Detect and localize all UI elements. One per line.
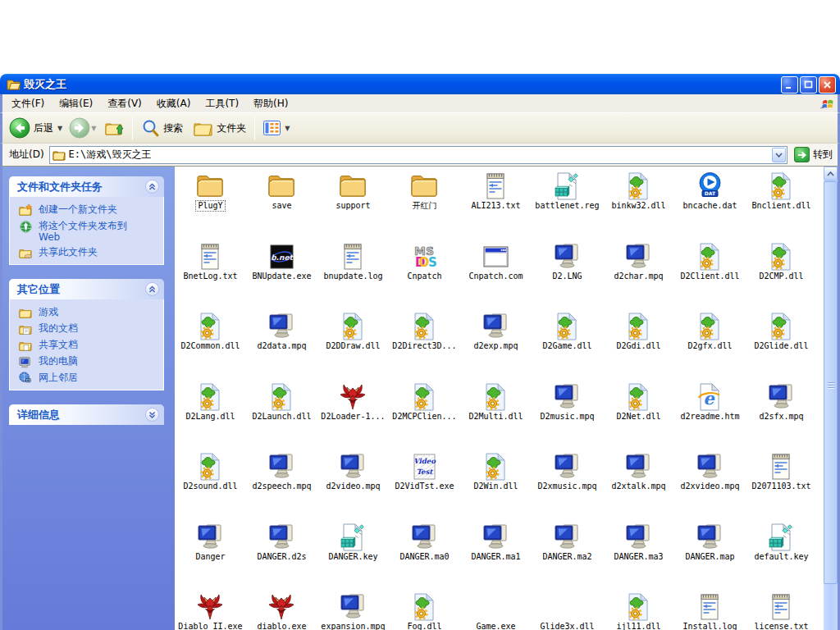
file-item[interactable]: ijl11.dll xyxy=(603,593,674,630)
file-item[interactable]: binkw32.dll xyxy=(603,172,674,243)
file-item[interactable]: DATbncache.dat xyxy=(674,172,746,243)
views-button[interactable]: ▼ xyxy=(258,121,294,135)
file-item[interactable]: D2Lang.dll xyxy=(175,383,246,454)
file-item[interactable]: D2CMP.dll xyxy=(746,243,817,313)
file-item[interactable]: d2char.mpq xyxy=(603,243,674,313)
file-item[interactable]: Fog.dll xyxy=(389,593,460,630)
file-item[interactable]: Install.log xyxy=(674,593,746,630)
file-item[interactable]: D2MCPClien... xyxy=(389,383,460,454)
file-item[interactable]: D2Client.dll xyxy=(674,243,746,313)
task-item[interactable]: 网上邻居 xyxy=(18,372,160,385)
file-item[interactable]: DANGER.key xyxy=(317,523,389,594)
task-item[interactable]: 将这个文件夹发布到 Web xyxy=(18,220,160,243)
forward-button[interactable]: ▼ xyxy=(66,117,99,139)
scroll-up-button[interactable] xyxy=(824,167,838,180)
file-item[interactable]: d2xtalk.mpq xyxy=(603,453,674,523)
scrollbar-thumb[interactable] xyxy=(824,181,838,584)
file-item[interactable]: DANGER.ma1 xyxy=(460,523,532,594)
task-item[interactable]: 共享此文件夹 xyxy=(18,246,160,259)
menu-item-4[interactable]: 工具(T) xyxy=(198,94,246,113)
task-item[interactable]: 我的文档 xyxy=(18,322,160,336)
folders-button[interactable]: 文件夹 xyxy=(188,119,251,138)
file-item[interactable]: Danger xyxy=(175,523,246,594)
back-button[interactable]: 后退 ▼ xyxy=(2,117,66,139)
menu-item-3[interactable]: 收藏(A) xyxy=(149,94,199,113)
title-bar[interactable]: 毁灭之王 xyxy=(0,74,840,94)
menu-item-2[interactable]: 查看(V) xyxy=(100,94,149,113)
maximize-button[interactable] xyxy=(800,76,817,94)
task-item[interactable]: 创建一个新文件夹 xyxy=(18,203,160,217)
file-item[interactable]: Game.exe xyxy=(460,593,532,630)
file-item[interactable]: D2Game.dll xyxy=(532,313,603,383)
menu-item-0[interactable]: 文件(F) xyxy=(4,94,52,113)
views-dropdown-icon[interactable]: ▼ xyxy=(285,125,290,132)
file-item[interactable]: DANGER.ma2 xyxy=(532,523,603,594)
file-item[interactable]: d2data.mpq xyxy=(246,313,317,383)
file-item[interactable]: license.txt xyxy=(746,593,817,630)
file-item[interactable]: D2sound.dll xyxy=(175,453,246,523)
address-dropdown-button[interactable] xyxy=(772,148,786,162)
vertical-scrollbar[interactable] xyxy=(824,167,838,630)
search-button[interactable]: 搜索 xyxy=(136,119,188,138)
file-item[interactable]: DANGER.ma0 xyxy=(389,523,460,594)
file-item[interactable]: d2sfx.mpq xyxy=(746,383,817,454)
file-item[interactable]: VideoTestD2VidTst.exe xyxy=(389,453,460,523)
up-button[interactable] xyxy=(99,118,129,138)
file-item[interactable]: D2xmusic.mpq xyxy=(532,453,603,523)
file-item[interactable]: D2Launch.dll xyxy=(246,383,317,454)
chevron-up-icon[interactable] xyxy=(145,282,159,296)
menu-item-5[interactable]: 帮助(H) xyxy=(246,94,295,113)
file-item[interactable]: BnetLog.txt xyxy=(175,243,246,313)
file-item[interactable]: d2exp.mpq xyxy=(460,313,532,383)
task-item[interactable]: 我的电脑 xyxy=(18,355,160,368)
file-item[interactable]: DANGER.map xyxy=(674,523,746,594)
file-item[interactable]: D2Loader-1... xyxy=(317,383,389,454)
file-item[interactable]: D2Multi.dll xyxy=(460,383,532,454)
chevron-down-icon[interactable] xyxy=(145,408,159,422)
file-item[interactable]: Cnpatch.com xyxy=(460,243,532,313)
file-item[interactable]: D2Win.dll xyxy=(460,453,532,523)
file-item[interactable]: b.netBNUpdate.exe xyxy=(246,243,317,313)
file-item[interactable]: Glide3x.dll xyxy=(532,593,603,630)
panel-header[interactable]: 其它位置 xyxy=(9,279,164,299)
file-item[interactable]: D2gfx.dll xyxy=(674,313,746,383)
panel-header[interactable]: 文件和文件夹任务 xyxy=(9,176,164,197)
file-item[interactable]: Bnclient.dll xyxy=(746,172,817,243)
task-item[interactable]: 游戏 xyxy=(18,306,160,319)
file-item[interactable]: battlenet.reg xyxy=(532,172,603,243)
file-item[interactable]: D2Net.dll xyxy=(603,383,674,454)
file-item[interactable]: d2speech.mpq xyxy=(246,453,317,523)
file-item[interactable]: DANGER.ma3 xyxy=(603,523,674,594)
menu-item-1[interactable]: 编辑(E) xyxy=(52,94,100,113)
file-item[interactable]: support xyxy=(317,172,389,243)
close-button[interactable] xyxy=(819,76,836,94)
file-item[interactable]: ALI213.txt xyxy=(460,172,532,243)
file-item[interactable]: bnupdate.log xyxy=(317,243,389,313)
chevron-up-icon[interactable] xyxy=(145,180,159,194)
file-item[interactable]: default.key xyxy=(746,523,817,594)
minimize-button[interactable] xyxy=(781,76,798,94)
file-item[interactable]: D2071103.txt xyxy=(746,453,817,523)
file-item[interactable]: d2video.mpq xyxy=(317,453,389,523)
file-item[interactable]: DANGER.d2s xyxy=(246,523,317,594)
file-item[interactable]: save xyxy=(246,172,317,243)
file-item[interactable]: diablo.exe xyxy=(246,593,317,630)
task-item[interactable]: 共享文档 xyxy=(18,339,160,352)
file-item[interactable]: 开红门 xyxy=(389,172,460,243)
file-item[interactable]: Diablo II.exe xyxy=(175,593,246,630)
file-item[interactable]: PlugY xyxy=(175,172,246,243)
back-dropdown-icon[interactable]: ▼ xyxy=(57,125,62,132)
address-input[interactable]: E:\游戏\毁灭之王 xyxy=(49,146,788,164)
file-item[interactable]: D2music.mpq xyxy=(532,383,603,454)
file-item[interactable]: D2Glide.dll xyxy=(746,313,817,383)
file-item[interactable]: D2Common.dll xyxy=(175,313,246,383)
file-item[interactable]: MSDOSCnpatch xyxy=(389,243,460,313)
file-item[interactable]: D2DDraw.dll xyxy=(317,313,389,383)
go-button[interactable]: 转到 xyxy=(794,147,833,162)
file-item[interactable]: D2.LNG xyxy=(532,243,603,313)
file-item[interactable]: D2Direct3D... xyxy=(389,313,460,383)
file-item[interactable]: expansion.mpq xyxy=(317,593,389,630)
panel-header[interactable]: 详细信息 xyxy=(9,404,164,425)
file-item[interactable]: d2xvideo.mpq xyxy=(674,453,746,523)
file-item[interactable]: D2Gdi.dll xyxy=(603,313,674,383)
